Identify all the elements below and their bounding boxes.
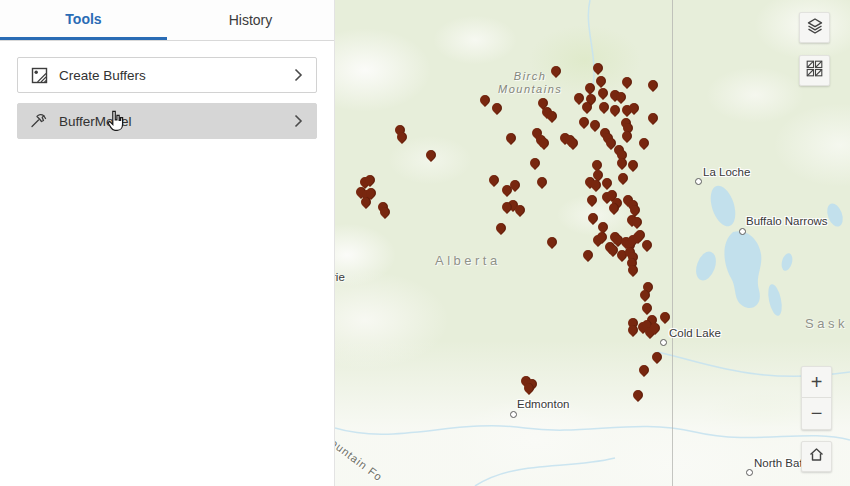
basemap-gallery-button[interactable] bbox=[799, 55, 830, 86]
tool-item-label: BufferModel bbox=[59, 114, 294, 129]
layers-icon bbox=[806, 17, 824, 39]
zoom-out-button[interactable]: − bbox=[802, 398, 831, 429]
zoom-in-button[interactable]: + bbox=[802, 367, 831, 398]
zoom-control: + − bbox=[801, 366, 832, 430]
tab-history-label: History bbox=[229, 12, 273, 28]
app-window: Tools History bbox=[0, 0, 850, 486]
minus-icon: − bbox=[811, 402, 823, 425]
hammer-icon bbox=[30, 112, 48, 130]
tool-list: Create Buffers BufferModel bbox=[0, 41, 334, 139]
city-label: Cold Lake bbox=[669, 327, 721, 339]
map-canvas[interactable]: Birch MountainsAlbertaSaskriey Mountain … bbox=[335, 0, 850, 486]
city-dot bbox=[739, 228, 746, 235]
city-dot bbox=[660, 339, 667, 346]
water-features bbox=[335, 0, 850, 486]
tab-tools[interactable]: Tools bbox=[0, 0, 167, 40]
layers-button[interactable] bbox=[799, 12, 830, 43]
tab-tools-label: Tools bbox=[65, 11, 101, 27]
city-label: Buffalo Narrows bbox=[746, 215, 828, 227]
analysis-panel: Tools History bbox=[0, 0, 335, 486]
region-label: Alberta bbox=[435, 253, 501, 268]
city-label: La Loche bbox=[703, 166, 750, 178]
home-icon bbox=[808, 446, 825, 467]
tool-item-buffermodel[interactable]: BufferModel bbox=[17, 103, 317, 139]
basemap-grid-icon bbox=[806, 60, 823, 81]
region-label: rie bbox=[335, 271, 345, 283]
buffer-icon bbox=[30, 66, 48, 84]
chevron-right-icon bbox=[294, 68, 304, 82]
province-border-line bbox=[672, 0, 673, 486]
city-dot bbox=[695, 178, 702, 185]
city-label: Edmonton bbox=[517, 398, 569, 410]
chevron-right-icon bbox=[294, 114, 304, 128]
plus-icon: + bbox=[811, 371, 823, 394]
home-extent-button[interactable] bbox=[801, 441, 832, 472]
panel-tabs: Tools History bbox=[0, 0, 334, 41]
tab-history[interactable]: History bbox=[167, 0, 334, 40]
region-label: Sask bbox=[805, 316, 848, 331]
tool-item-create-buffers[interactable]: Create Buffers bbox=[17, 57, 317, 93]
city-dot bbox=[746, 469, 753, 476]
tool-item-label: Create Buffers bbox=[59, 68, 294, 83]
city-dot bbox=[510, 411, 517, 418]
